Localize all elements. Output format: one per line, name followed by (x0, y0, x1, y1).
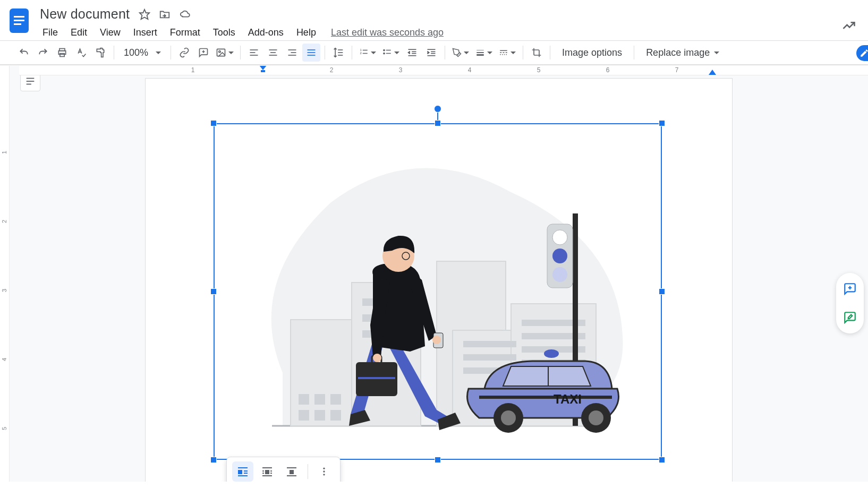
resize-handle-ml[interactable] (210, 288, 217, 295)
star-icon[interactable] (139, 8, 150, 20)
menu-file[interactable]: File (37, 25, 63, 40)
chevron-down-icon (228, 52, 234, 54)
rotate-handle[interactable] (434, 105, 441, 113)
vruler-tick: 4 (1, 358, 7, 361)
vertical-ruler: 1 2 3 4 5 (0, 66, 10, 482)
crop-image-button[interactable] (527, 44, 546, 62)
image-options-button[interactable]: Image options (555, 44, 629, 62)
add-comment-button[interactable] (194, 44, 212, 62)
hruler-tick: 5 (537, 66, 541, 74)
wrap-break-button[interactable] (281, 461, 302, 482)
selected-image[interactable]: TAXI (214, 123, 662, 460)
editing-mode-button[interactable] (856, 45, 868, 61)
border-color-button[interactable] (449, 44, 472, 62)
move-to-folder-icon[interactable] (159, 8, 171, 20)
align-justify-button[interactable] (302, 44, 320, 62)
undo-button[interactable] (15, 44, 33, 62)
svg-point-115 (323, 470, 325, 472)
toolbar: 100% 12 Image options Replace image (0, 40, 868, 65)
line-spacing-button[interactable] (329, 44, 347, 62)
vruler-tick: 5 (1, 427, 7, 430)
vruler-tick: 3 (1, 289, 7, 292)
svg-rect-112 (290, 470, 294, 474)
chevron-down-icon (371, 52, 376, 54)
suggest-edits-float-button[interactable] (839, 307, 861, 328)
last-edit-link[interactable]: Last edit was seconds ago (331, 27, 444, 38)
resize-handle-bl[interactable] (210, 457, 217, 463)
align-center-button[interactable] (264, 44, 282, 62)
wrap-inline-button[interactable] (232, 461, 253, 482)
replace-image-button[interactable]: Replace image (639, 44, 727, 62)
svg-rect-1 (14, 16, 24, 18)
align-left-button[interactable] (245, 44, 263, 62)
menu-insert[interactable]: Insert (128, 25, 163, 40)
chevron-down-icon (487, 52, 492, 54)
resize-handle-mr[interactable] (659, 288, 665, 295)
svg-rect-54 (261, 70, 265, 72)
selection-border (214, 123, 662, 460)
cloud-saved-icon[interactable] (179, 8, 192, 20)
vruler-tick: 2 (1, 220, 7, 223)
decrease-indent-button[interactable] (403, 44, 421, 62)
svg-rect-3 (14, 23, 21, 25)
chevron-down-icon (156, 52, 161, 54)
hruler-tick: 3 (399, 66, 403, 74)
menu-edit[interactable]: Edit (65, 25, 92, 40)
menu-tools[interactable]: Tools (208, 25, 241, 40)
chevron-down-icon (714, 52, 719, 54)
svg-point-32 (384, 49, 385, 50)
document-title[interactable]: New document (37, 5, 132, 23)
svg-point-33 (384, 53, 385, 54)
border-weight-button[interactable] (473, 44, 495, 62)
document-page[interactable]: TAXI (146, 79, 732, 482)
wrap-more-button[interactable] (313, 461, 335, 482)
image-wrap-options (226, 457, 341, 482)
menubar: File Edit View Insert Format Tools Add-o… (37, 25, 862, 40)
menu-addons[interactable]: Add-ons (243, 25, 289, 40)
resize-handle-br[interactable] (659, 457, 665, 463)
docs-logo[interactable] (6, 5, 32, 36)
chevron-down-icon (510, 52, 516, 54)
svg-marker-53 (259, 66, 267, 70)
svg-marker-4 (140, 9, 149, 19)
insert-image-button[interactable] (214, 44, 236, 62)
resize-handle-tr[interactable] (659, 120, 665, 126)
left-indent-marker[interactable] (259, 66, 267, 73)
resize-handle-tl[interactable] (210, 120, 217, 126)
menu-view[interactable]: View (95, 25, 126, 40)
resize-handle-bm[interactable] (435, 457, 441, 463)
redo-button[interactable] (34, 44, 52, 62)
svg-rect-10 (217, 49, 225, 56)
wrap-text-button[interactable] (257, 461, 278, 482)
resize-handle-tm[interactable] (435, 120, 441, 126)
print-button[interactable] (53, 44, 71, 62)
horizontal-ruler: 1 2 3 4 5 6 7 (19, 66, 868, 75)
activity-icon[interactable] (841, 18, 856, 33)
svg-rect-2 (14, 20, 24, 21)
side-float-buttons (836, 273, 864, 333)
right-indent-marker[interactable] (709, 70, 716, 75)
hruler-tick: 7 (675, 66, 679, 74)
svg-text:1: 1 (360, 48, 362, 52)
bulleted-list-button[interactable] (380, 44, 402, 62)
document-canvas: 1 2 3 4 5 1 2 3 4 5 6 7 (0, 66, 868, 482)
spellcheck-button[interactable] (72, 44, 90, 62)
chevron-down-icon (394, 52, 399, 54)
insert-link-button[interactable] (175, 44, 193, 62)
hruler-tick: 2 (330, 66, 334, 74)
align-right-button[interactable] (283, 44, 301, 62)
border-dash-button[interactable] (496, 44, 518, 62)
increase-indent-button[interactable] (422, 44, 440, 62)
paint-format-button[interactable] (91, 44, 109, 62)
svg-rect-105 (265, 470, 269, 474)
svg-rect-100 (238, 470, 242, 474)
hruler-tick: 6 (606, 66, 610, 74)
svg-marker-55 (709, 70, 716, 75)
menu-help[interactable]: Help (291, 25, 321, 40)
app-header: New document File Edit View Insert Forma… (0, 0, 868, 40)
numbered-list-button[interactable]: 12 (356, 44, 379, 62)
menu-format[interactable]: Format (165, 25, 206, 40)
svg-text:2: 2 (360, 52, 362, 55)
zoom-select[interactable]: 100% (118, 44, 166, 62)
add-comment-float-button[interactable] (839, 278, 861, 299)
